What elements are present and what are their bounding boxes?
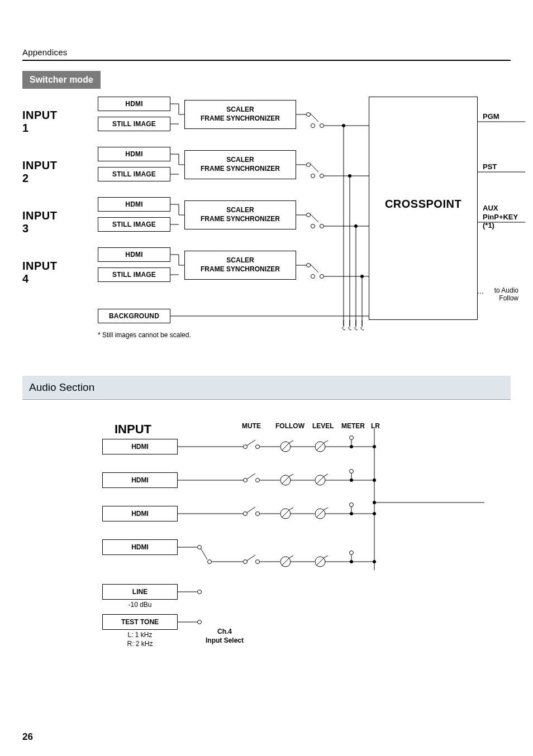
audio-section-heading: Audio Section: [22, 376, 511, 400]
svg-point-95: [256, 512, 260, 516]
svg-point-5: [307, 113, 311, 117]
svg-line-113: [201, 548, 207, 559]
svg-point-93: [244, 512, 248, 516]
svg-point-116: [198, 590, 202, 594]
svg-line-99: [289, 508, 293, 510]
svg-point-108: [373, 512, 376, 515]
svg-point-44: [320, 275, 324, 279]
svg-line-77: [247, 473, 255, 479]
header-rule: [22, 60, 511, 61]
svg-point-17: [307, 163, 311, 167]
svg-point-41: [307, 264, 311, 267]
svg-point-74: [373, 445, 376, 448]
svg-point-31: [311, 224, 315, 228]
svg-point-61: [256, 445, 260, 449]
audio-diagram: INPUT MUTE FOLLOW LEVEL METER LR HDMI HD…: [93, 422, 511, 690]
svg-point-135: [373, 560, 376, 563]
svg-point-32: [320, 224, 324, 228]
audio-wiring: [93, 422, 484, 662]
svg-line-18: [310, 164, 318, 172]
svg-point-134: [350, 560, 353, 563]
svg-point-132: [350, 551, 354, 555]
svg-point-43: [311, 275, 315, 279]
svg-line-103: [324, 508, 328, 510]
svg-line-60: [247, 440, 255, 446]
svg-line-6: [310, 113, 318, 122]
svg-point-107: [350, 512, 353, 515]
svg-point-91: [373, 479, 376, 482]
svg-point-122: [256, 560, 260, 564]
svg-line-82: [289, 474, 293, 476]
svg-point-120: [244, 560, 248, 564]
svg-point-110: [373, 501, 376, 504]
svg-point-114: [208, 560, 212, 564]
svg-line-126: [289, 556, 293, 558]
svg-point-59: [244, 445, 248, 449]
svg-point-19: [311, 174, 315, 178]
svg-point-7: [311, 124, 315, 128]
svg-line-94: [247, 507, 255, 513]
svg-point-118: [198, 620, 202, 624]
svg-point-71: [350, 436, 354, 440]
svg-line-86: [324, 474, 328, 476]
svg-point-29: [307, 213, 311, 217]
svg-line-30: [310, 214, 318, 222]
mode-label: Switcher mode: [22, 71, 101, 89]
svg-point-76: [244, 479, 248, 482]
video-diagram: INPUT 1 HDMI STILL IMAGE SCALER FRAME SY…: [22, 97, 511, 359]
page-header: Appendices: [22, 47, 511, 57]
svg-point-20: [320, 174, 324, 178]
svg-point-90: [350, 479, 353, 482]
svg-line-42: [310, 264, 318, 272]
video-wiring: [22, 97, 525, 359]
svg-point-73: [350, 445, 353, 448]
svg-point-8: [320, 124, 324, 128]
svg-line-130: [324, 556, 328, 558]
svg-line-65: [289, 441, 293, 443]
svg-line-69: [324, 441, 328, 443]
svg-point-78: [256, 479, 260, 482]
svg-line-121: [247, 555, 255, 561]
svg-point-105: [350, 503, 354, 507]
svg-point-88: [350, 470, 354, 473]
